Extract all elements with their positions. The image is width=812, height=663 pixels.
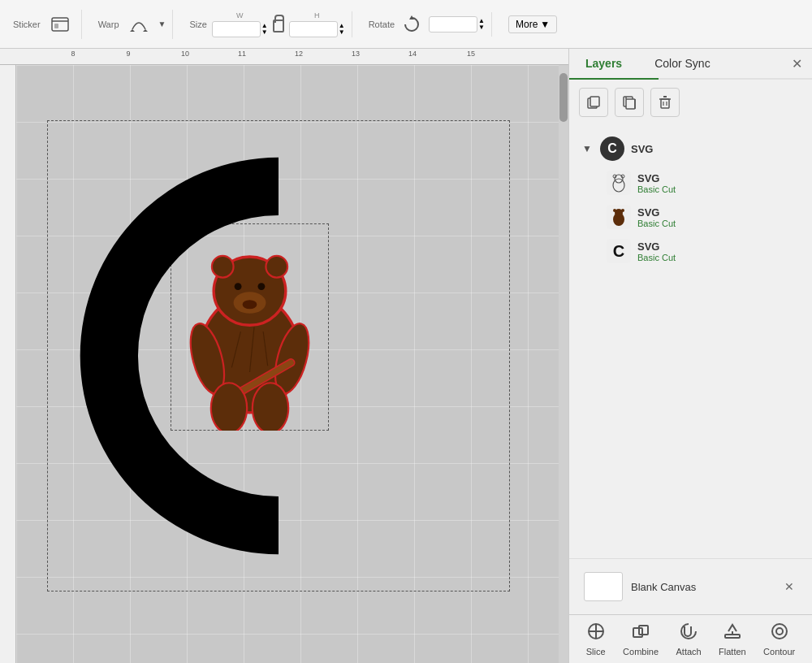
lock-icon <box>273 20 284 32</box>
contour-icon <box>770 622 789 645</box>
flatten-tool[interactable]: Flatten <box>710 618 754 660</box>
close-panel-button[interactable]: ✕ <box>782 49 812 78</box>
flatten-label: Flatten <box>719 647 746 656</box>
delete-layer-btn[interactable] <box>650 88 680 117</box>
combine-icon <box>631 622 650 645</box>
panel-tabs: Layers Color Sync ✕ <box>569 49 812 80</box>
slice-label: Slice <box>586 647 606 656</box>
tab-layers[interactable]: Layers <box>569 49 638 78</box>
ruler-mark-9: 9 <box>126 50 130 58</box>
ruler-mark-14: 14 <box>408 50 417 58</box>
panel-actions <box>569 80 812 125</box>
ruler-mark-15: 15 <box>467 50 475 58</box>
contour-svg <box>770 622 789 641</box>
layer-parent-thumb: C <box>600 136 624 161</box>
paste-icon <box>622 95 637 110</box>
chevron-down-icon: ▼ <box>582 143 594 154</box>
svg-point-8 <box>212 256 234 278</box>
contour-tool[interactable]: Contour <box>755 618 803 660</box>
svg-point-17 <box>211 383 247 431</box>
svg-marker-4 <box>143 29 148 32</box>
ruler-mark-8: 8 <box>71 50 75 58</box>
sticker-group: Sticker <box>6 10 82 39</box>
contour-label: Contour <box>763 647 795 656</box>
layer-parent[interactable]: ▼ C SVG <box>576 132 806 166</box>
sticker-btn[interactable] <box>45 10 75 39</box>
ruler-mark-10: 10 <box>181 50 189 58</box>
slice-tool[interactable]: Slice <box>578 618 614 660</box>
canvas-area[interactable]: 8 9 10 11 12 13 14 15 <box>0 49 568 663</box>
blank-canvas-close-btn[interactable]: ✕ <box>781 578 797 595</box>
blank-canvas-area: Blank Canvas ✕ <box>569 558 812 614</box>
svg-rect-25 <box>626 99 635 109</box>
width-down-btn[interactable]: ▼ <box>261 29 268 36</box>
svg-rect-28 <box>661 99 669 108</box>
warp-btn[interactable] <box>124 10 153 39</box>
ruler-top: 8 9 10 11 12 13 14 15 <box>0 49 568 65</box>
size-group: Size W ▲ ▼ H ▲ ▼ <box>183 11 352 37</box>
svg-point-11 <box>235 283 242 290</box>
rotate-btn[interactable] <box>400 12 424 37</box>
more-btn[interactable]: More ▼ <box>508 15 557 33</box>
sticker-label: Sticker <box>13 20 41 29</box>
svg-point-48 <box>772 624 787 639</box>
rotate-down-btn[interactable]: ▼ <box>478 24 485 31</box>
sub-layer-1[interactable]: SVG Basic Cut <box>600 166 806 200</box>
ruler-left <box>0 65 16 663</box>
sub-layer-3-thumb: C <box>607 239 631 263</box>
ruler-mark-11: 11 <box>238 50 246 58</box>
attach-tool[interactable]: Attach <box>668 618 710 660</box>
tab-color-sync[interactable]: Color Sync <box>638 49 726 78</box>
lock-container <box>273 16 284 32</box>
svg-rect-23 <box>590 97 599 106</box>
height-input-group: H ▲ ▼ <box>289 11 345 37</box>
svg-point-12 <box>257 283 265 290</box>
attach-label: Attach <box>676 647 702 656</box>
rotate-icon <box>403 15 421 33</box>
rotate-label: Rotate <box>369 20 395 29</box>
layer-parent-info: SVG <box>631 143 653 155</box>
sticker-icon <box>49 13 71 36</box>
blank-canvas-item[interactable]: Blank Canvas ✕ <box>579 567 802 606</box>
c-letter-thumb: C <box>613 242 624 261</box>
flatten-svg <box>723 622 742 641</box>
width-input-group: W ▲ ▼ <box>212 11 268 37</box>
copy-icon <box>586 95 601 110</box>
copy-layer-btn[interactable] <box>579 88 608 117</box>
layer-group-svg: ▼ C SVG <box>569 132 812 268</box>
bear-filled-thumb <box>608 206 629 228</box>
warp-group: Warp ▼ <box>92 10 174 39</box>
blank-canvas-label: Blank Canvas <box>631 581 696 593</box>
sub-layer-2[interactable]: SVG Basic Cut <box>600 200 806 234</box>
height-down-btn[interactable]: ▼ <box>339 29 345 36</box>
combine-tool[interactable]: Combine <box>615 618 667 660</box>
paste-layer-btn[interactable] <box>615 88 644 117</box>
rotate-group: Rotate ▲ ▼ <box>362 12 492 37</box>
grid[interactable] <box>16 65 568 663</box>
svg-point-39 <box>613 209 616 212</box>
svg-marker-3 <box>130 29 135 32</box>
sub-layer-1-info: SVG Basic Cut <box>637 172 676 194</box>
right-panel: Layers Color Sync ✕ <box>568 49 812 663</box>
svg-rect-44 <box>633 628 642 637</box>
slice-icon <box>586 622 606 645</box>
height-label: H <box>314 11 320 20</box>
more-group: More ▼ <box>502 15 564 33</box>
ruler-mark-12: 12 <box>295 50 303 58</box>
sub-layer-1-thumb <box>607 171 631 195</box>
svg-point-40 <box>621 209 624 212</box>
width-input[interactable] <box>212 21 261 37</box>
main-area: 8 9 10 11 12 13 14 15 <box>0 49 812 663</box>
rotate-input[interactable] <box>429 16 477 32</box>
attach-svg <box>679 622 698 641</box>
sub-layer-3-info: SVG Basic Cut <box>637 240 676 262</box>
height-input[interactable] <box>289 21 338 37</box>
scrollbar-thumb[interactable] <box>559 73 568 122</box>
scrollbar-right[interactable] <box>559 65 568 663</box>
bear-image[interactable] <box>171 223 329 431</box>
sub-layer-3[interactable]: C SVG Basic Cut <box>600 234 806 268</box>
warp-icon <box>127 13 150 36</box>
svg-rect-2 <box>54 24 58 28</box>
bottom-toolbar: Slice Combine <box>569 614 812 663</box>
sub-layers: SVG Basic Cut <box>576 166 806 268</box>
